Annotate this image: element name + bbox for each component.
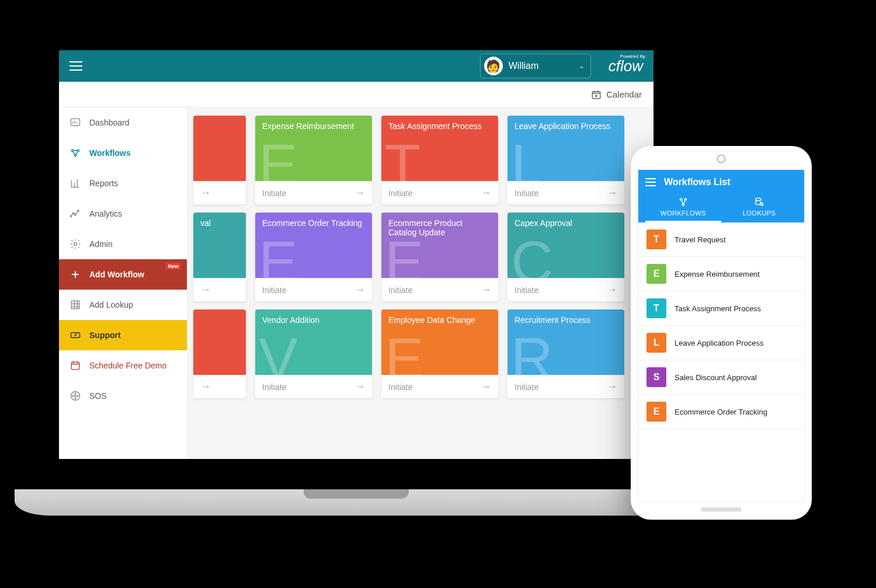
item-letter-badge: E <box>646 402 666 422</box>
workflow-card[interactable]: Task Assignment ProcessTInitiate→ <box>381 116 498 204</box>
cards-row: →Expense ReimbursementEInitiate→Task Ass… <box>193 116 648 204</box>
workflow-card[interactable]: Ecommerce Order TrackingEInitiate→ <box>255 213 372 301</box>
cards-row: val→Ecommerce Order TrackingEInitiate→Ec… <box>193 213 648 301</box>
sidebar-item-label: Add Lookup <box>89 300 133 309</box>
initiate-label: Initiate <box>262 382 286 392</box>
arrow-right-icon: → <box>481 284 491 296</box>
brand-logo: Powered By cflow <box>609 57 643 75</box>
arrow-right-icon: → <box>354 381 365 393</box>
calendar-button[interactable]: Calendar <box>591 89 642 100</box>
phone-screen: Workflows List WORKFLOWS LOOKUPS TTravel… <box>638 169 805 502</box>
card-footer[interactable]: Initiate→ <box>381 278 498 301</box>
sidebar-item-dashboard[interactable]: Dashboard <box>59 107 187 138</box>
card-header <box>193 116 246 181</box>
initiate-label: Initiate <box>515 189 538 198</box>
item-label: Sales Discount Approval <box>675 373 757 382</box>
card-footer[interactable]: Initiate→ <box>255 181 372 204</box>
sidebar-item-reports[interactable]: Reports <box>59 168 187 199</box>
gear-icon <box>69 238 81 250</box>
arrow-right-icon: → <box>481 381 491 393</box>
phone-list-item[interactable]: LLeave Application Process <box>638 326 804 360</box>
sidebar-item-label: Reports <box>89 179 118 188</box>
phone-list-item[interactable]: EEcommerce Order Tracking <box>638 395 804 429</box>
menu-toggle-button[interactable] <box>69 61 82 71</box>
card-title: Recruitment Process <box>515 315 617 325</box>
chevron-down-icon: ⌄ <box>579 62 585 70</box>
initiate-label: Initiate <box>262 189 286 198</box>
sidebar-item-admin[interactable]: Admin <box>59 229 187 259</box>
card-footer[interactable]: → <box>193 375 246 398</box>
card-title: Leave Application Process <box>515 121 617 131</box>
item-label: Expense Reimbursement <box>675 270 760 279</box>
workflow-card[interactable]: → <box>193 116 246 204</box>
phone-title: Workflows List <box>664 177 731 187</box>
workflow-card[interactable]: val→ <box>193 213 246 301</box>
arrow-right-icon: → <box>607 284 617 296</box>
phone-list-item[interactable]: SSales Discount Approval <box>638 360 804 395</box>
laptop-screen: 🧑 William ⌄ Powered By cflow Calendar <box>59 50 653 459</box>
sidebar-item-label: Dashboard <box>89 118 130 127</box>
card-footer[interactable]: Initiate→ <box>255 278 372 301</box>
sidebar-item-workflows[interactable]: Workflows <box>59 138 187 168</box>
sidebar-item-label: Schedule Free Demo <box>89 361 166 370</box>
initiate-label: Initiate <box>388 382 412 392</box>
laptop-notch <box>304 489 409 499</box>
tab-label: LOOKUPS <box>743 210 776 217</box>
card-footer[interactable]: Initiate→ <box>255 375 372 398</box>
sidebar-item-analytics[interactable]: Analytics <box>59 199 187 229</box>
workflow-card[interactable]: Ecommerce Product Catalog UpdateEInitiat… <box>381 213 498 301</box>
phone-list-item[interactable]: EExpense Reimbursement <box>638 257 804 291</box>
user-dropdown[interactable]: 🧑 William ⌄ <box>480 54 591 78</box>
card-footer[interactable]: → <box>193 181 246 204</box>
card-letter: E <box>259 232 298 278</box>
card-footer[interactable]: Initiate→ <box>381 181 498 204</box>
calendar-icon <box>591 89 602 100</box>
workflow-card[interactable]: Employee Data ChangeEInitiate→ <box>381 309 498 398</box>
svg-point-21 <box>684 199 686 200</box>
card-footer[interactable]: → <box>193 278 246 301</box>
svg-point-16 <box>72 395 74 396</box>
arrow-right-icon: → <box>354 284 365 296</box>
phone-menu-button[interactable] <box>645 178 656 186</box>
card-letter: T <box>385 135 420 181</box>
card-footer[interactable]: Initiate→ <box>507 181 624 204</box>
phone-list-item[interactable]: TTravel Request <box>638 222 804 257</box>
svg-point-4 <box>77 149 79 151</box>
sidebar-item-support[interactable]: Support <box>59 320 187 350</box>
arrow-right-icon: → <box>354 187 365 199</box>
item-letter-badge: T <box>646 298 666 318</box>
svg-point-20 <box>680 199 682 200</box>
arrow-right-icon: → <box>200 381 211 393</box>
card-header: Leave Application ProcessL <box>507 116 624 181</box>
item-letter-badge: E <box>646 264 666 284</box>
workflow-card[interactable]: Vendor AdditionVInitiate→ <box>255 309 372 398</box>
new-badge: New <box>165 263 181 270</box>
sidebar-item-label: Support <box>89 330 121 340</box>
workflow-card[interactable]: → <box>193 309 246 398</box>
arrow-right-icon: → <box>607 187 617 199</box>
workflow-card[interactable]: Expense ReimbursementEInitiate→ <box>255 116 372 204</box>
plus-icon <box>69 269 81 280</box>
tab-lookups[interactable]: LOOKUPS <box>721 193 797 222</box>
sos-icon <box>69 390 81 402</box>
card-footer[interactable]: Initiate→ <box>507 375 624 398</box>
sidebar-item-add-workflow[interactable]: Add Workflow New <box>59 259 187 290</box>
svg-point-1 <box>596 95 597 96</box>
card-footer[interactable]: Initiate→ <box>381 375 498 398</box>
arrow-right-icon: → <box>481 187 491 199</box>
sidebar-item-sos[interactable]: SOS <box>59 381 187 411</box>
card-title: Capex Approval <box>515 218 617 228</box>
workflow-card[interactable]: Capex ApprovalCInitiate→ <box>507 213 624 301</box>
sidebar-item-add-lookup[interactable]: Add Lookup <box>59 290 187 320</box>
tab-workflows[interactable]: WORKFLOWS <box>645 193 721 222</box>
sidebar-item-schedule-demo[interactable]: Schedule Free Demo <box>59 350 187 381</box>
card-title: val <box>200 218 239 228</box>
card-letter: L <box>511 135 544 181</box>
card-title: Ecommerce Order Tracking <box>262 218 365 228</box>
workflow-card[interactable]: Leave Application ProcessLInitiate→ <box>507 116 624 204</box>
phone-list-item[interactable]: TTask Assignment Process <box>638 291 804 326</box>
workflow-card[interactable]: Recruitment ProcessRInitiate→ <box>507 309 624 398</box>
svg-point-23 <box>756 198 761 201</box>
card-footer[interactable]: Initiate→ <box>507 278 624 301</box>
card-header: val <box>193 213 246 278</box>
